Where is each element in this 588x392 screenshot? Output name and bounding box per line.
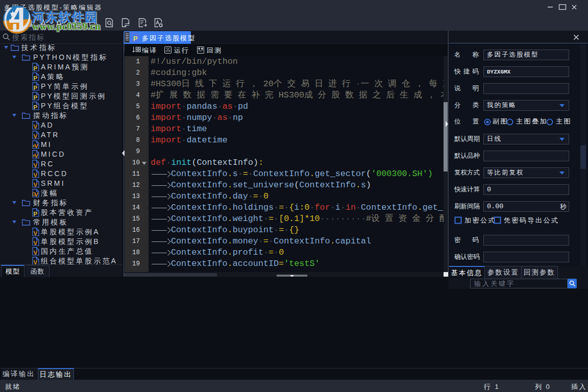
svg-text:V: V (34, 182, 38, 188)
svg-text:V: V (34, 240, 38, 246)
svg-text:V: V (34, 259, 38, 265)
svg-text:P: P (34, 211, 38, 217)
svg-text:V: V (34, 143, 38, 149)
svg-text:P: P (34, 75, 38, 81)
svg-text:P: P (34, 65, 38, 71)
svg-text:±: ± (33, 144, 35, 148)
svg-text:P: P (34, 85, 38, 91)
svg-text:P: P (34, 104, 38, 110)
svg-text:V: V (34, 172, 38, 178)
svg-text:V: V (34, 162, 38, 168)
svg-text:P: P (133, 35, 138, 42)
svg-text:V: V (34, 153, 38, 159)
svg-text:V: V (34, 124, 38, 130)
svg-text:P: P (34, 94, 38, 101)
svg-text:±: ± (33, 154, 35, 157)
svg-text:V: V (34, 250, 38, 256)
svg-text:V: V (34, 230, 38, 236)
svg-text:V: V (34, 133, 38, 139)
